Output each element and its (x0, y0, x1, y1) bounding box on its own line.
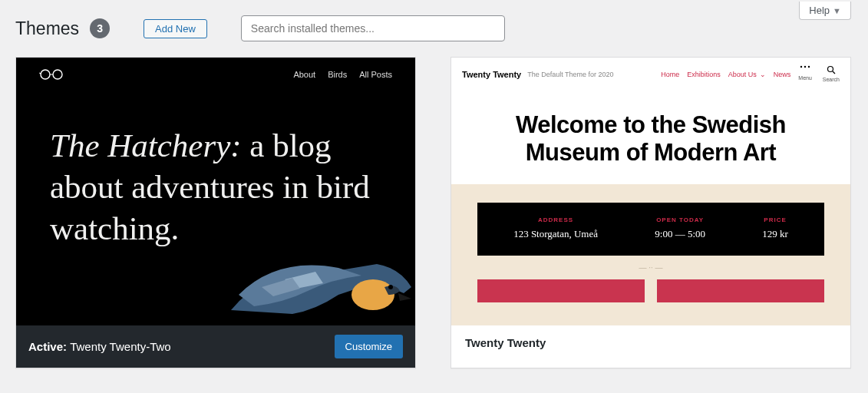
preview-nav: Home Exhibitions About Us ⌄ News (661, 71, 790, 78)
bird-illustration-icon (223, 241, 415, 325)
page-title: Themes (15, 18, 79, 39)
svg-point-5 (388, 285, 393, 289)
theme-card-active[interactable]: About Birds All Posts The Hatchery: a bl… (15, 57, 416, 368)
add-new-button[interactable]: Add New (144, 19, 207, 38)
customize-button[interactable]: Customize (335, 335, 403, 358)
theme-preview: About Birds All Posts The Hatchery: a bl… (16, 58, 415, 325)
theme-preview: Twenty Twenty The Default Theme for 2020… (451, 58, 850, 325)
svg-point-8 (808, 66, 810, 68)
svg-point-1 (53, 70, 62, 79)
search-icon: Search (823, 65, 840, 84)
nav-item: About (293, 70, 315, 79)
preview-info-bar: ADDRESS 123 Storgatan, Umeå OPEN TODAY 9… (477, 203, 824, 256)
search-input[interactable] (241, 15, 505, 41)
themes-grid: About Birds All Posts The Hatchery: a bl… (0, 41, 868, 384)
nav-item: Birds (328, 70, 347, 79)
preview-nav: About Birds All Posts (293, 70, 392, 79)
info-label: PRICE (762, 216, 788, 223)
info-value: 129 kr (762, 228, 788, 240)
chevron-down-icon: ▼ (833, 6, 841, 15)
svg-point-0 (41, 70, 50, 79)
help-button[interactable]: Help▼ (799, 2, 851, 20)
menu-icon: Menu (798, 65, 812, 84)
help-label: Help (809, 5, 830, 16)
nav-item: News (774, 71, 791, 78)
svg-point-6 (800, 66, 802, 68)
info-label: ADDRESS (513, 216, 598, 223)
theme-name: Twenty Twenty-Two (70, 340, 170, 353)
theme-footer: Active: Twenty Twenty-Two Customize (16, 325, 415, 368)
svg-point-4 (351, 279, 394, 310)
theme-count-badge: 3 (90, 18, 110, 38)
nav-item: Home (661, 71, 679, 78)
preview-blocks (477, 279, 824, 302)
active-label: Active: (28, 340, 67, 353)
page-header: Themes 3 Add New (0, 0, 868, 41)
chevron-down-icon: ⌄ (760, 71, 766, 78)
preview-brand: Twenty Twenty (462, 70, 521, 79)
nav-item: About Us (728, 71, 757, 78)
info-value: 9:00 — 5:00 (655, 228, 705, 240)
theme-footer: Twenty Twenty (451, 325, 850, 360)
svg-line-10 (833, 71, 835, 74)
svg-point-9 (827, 67, 833, 72)
divider-icon: — ·· — (477, 256, 824, 279)
preview-hero: Welcome to the SwedishMuseum of Modern A… (451, 91, 850, 184)
svg-point-7 (804, 66, 806, 68)
nav-item: All Posts (359, 70, 392, 79)
theme-card[interactable]: Twenty Twenty The Default Theme for 2020… (451, 57, 851, 368)
preview-headline: The Hatchery: a blog about adventures in… (16, 81, 415, 249)
theme-name: Twenty Twenty (465, 336, 546, 349)
info-value: 123 Storgatan, Umeå (513, 228, 598, 240)
info-label: OPEN TODAY (655, 216, 705, 223)
preview-tagline: The Default Theme for 2020 (527, 71, 613, 78)
theme-logo-icon (39, 68, 65, 81)
nav-item: Exhibitions (687, 71, 721, 78)
